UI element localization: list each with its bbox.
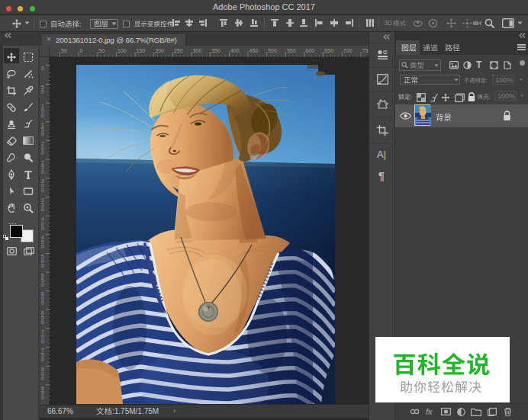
svg-text:100: 100 bbox=[118, 48, 127, 53]
svg-text:0: 0 bbox=[41, 113, 44, 118]
svg-text:0: 0 bbox=[80, 48, 83, 53]
svg-text:600: 600 bbox=[306, 48, 315, 53]
svg-text:0: 0 bbox=[41, 338, 44, 344]
svg-text:250: 250 bbox=[174, 48, 183, 53]
svg-text:0: 0 bbox=[41, 319, 44, 325]
svg-text:0: 0 bbox=[41, 89, 44, 95]
svg-text:650: 650 bbox=[324, 48, 333, 53]
svg-text:0: 0 bbox=[41, 395, 44, 400]
svg-text:550: 550 bbox=[287, 48, 296, 53]
svg-text:0: 0 bbox=[41, 188, 44, 193]
svg-text:0: 0 bbox=[41, 131, 44, 136]
svg-text:700: 700 bbox=[343, 48, 353, 53]
svg-text:0: 0 bbox=[41, 357, 44, 362]
svg-text:0: 0 bbox=[41, 226, 44, 231]
svg-text:300: 300 bbox=[193, 48, 202, 53]
svg-text:50: 50 bbox=[98, 48, 105, 53]
svg-text:500: 500 bbox=[268, 48, 277, 53]
svg-text:0: 0 bbox=[41, 263, 44, 268]
svg-text:0: 0 bbox=[41, 66, 44, 71]
svg-text:0: 0 bbox=[41, 376, 44, 381]
svg-text:400: 400 bbox=[230, 48, 240, 53]
svg-text:50: 50 bbox=[61, 48, 67, 53]
svg-text:350: 350 bbox=[211, 48, 221, 53]
svg-text:0: 0 bbox=[41, 244, 44, 249]
svg-text:750: 750 bbox=[362, 48, 369, 53]
svg-text:150: 150 bbox=[137, 48, 146, 53]
svg-text:0: 0 bbox=[41, 282, 44, 287]
svg-text:200: 200 bbox=[155, 48, 164, 53]
svg-text:0: 0 bbox=[41, 207, 44, 212]
svg-text:450: 450 bbox=[250, 48, 259, 53]
svg-text:0: 0 bbox=[41, 169, 44, 175]
svg-text:0: 0 bbox=[41, 300, 44, 306]
svg-text:0: 0 bbox=[41, 150, 44, 155]
